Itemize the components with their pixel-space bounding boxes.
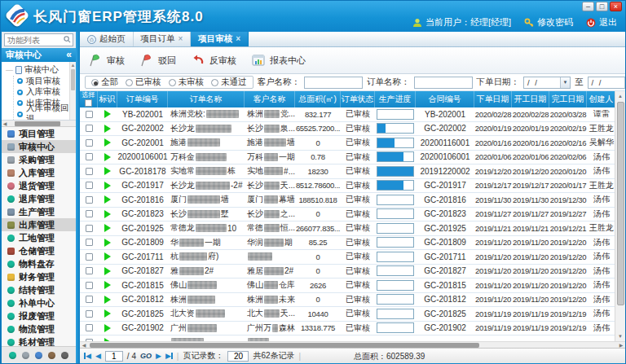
tree-horizontal-scrollbar[interactable]: ◀: [2, 121, 76, 127]
sidebar-item-3[interactable]: 入库管理: [2, 166, 76, 179]
sidebar-item-6[interactable]: 生产管理: [2, 205, 76, 218]
column-header-9[interactable]: 下单日期: [474, 91, 512, 107]
customer-name-input[interactable]: [304, 77, 363, 89]
sidebar-item-15[interactable]: 物流管理: [2, 322, 76, 335]
row-checkbox[interactable]: [86, 267, 93, 274]
select-all-checkbox[interactable]: [85, 99, 92, 107]
first-page-button[interactable]: ◀: [84, 353, 91, 360]
maximize-button[interactable]: □: [596, 2, 608, 11]
column-header-4[interactable]: 客户名称: [245, 91, 295, 107]
status-radio-0[interactable]: 全部: [91, 77, 118, 88]
row-checkbox[interactable]: [86, 239, 93, 246]
go-page-button[interactable]: GO: [140, 352, 152, 360]
row-checkbox[interactable]: [86, 253, 93, 261]
close-tab-icon[interactable]: ×: [236, 35, 240, 43]
toolbar-button-0[interactable]: 审核: [88, 53, 125, 68]
collapse-panel-icon[interactable]: «: [66, 50, 72, 59]
row-checkbox[interactable]: [86, 296, 93, 303]
sidebar-item-0[interactable]: 项目管理: [2, 127, 76, 140]
sidebar-item-16[interactable]: 耗材管理: [2, 335, 76, 346]
sidebar-item-1[interactable]: 审核中心: [2, 140, 76, 153]
order-name-input[interactable]: [414, 77, 473, 89]
close-button[interactable]: ×: [610, 2, 622, 11]
horizontal-scroll-thumb[interactable]: [90, 343, 479, 348]
column-header-3[interactable]: 订单名称: [168, 91, 245, 107]
row-checkbox[interactable]: [86, 210, 93, 217]
row-checkbox[interactable]: [86, 339, 93, 341]
book-icon[interactable]: [48, 352, 55, 359]
row-checkbox[interactable]: [86, 282, 93, 289]
chevron-down-icon[interactable]: ▼: [624, 77, 626, 88]
sidebar-item-12[interactable]: 结转管理: [2, 283, 76, 296]
order-date-from-input[interactable]: / /▼: [523, 77, 571, 89]
last-page-button[interactable]: ▶: [165, 353, 173, 360]
column-header-12[interactable]: 创建人: [587, 91, 616, 107]
minimize-button[interactable]: –: [582, 2, 594, 11]
tree-item-1[interactable]: 入库审核: [14, 87, 69, 99]
tree-item-0[interactable]: 项目审核: [14, 76, 69, 87]
row-checkbox[interactable]: [86, 182, 93, 189]
change-password-button[interactable]: 修改密码: [524, 16, 573, 29]
scroll-up-icon[interactable]: ▲: [618, 91, 623, 101]
column-header-6[interactable]: 订单状态: [341, 91, 375, 107]
row-checkbox[interactable]: [86, 310, 93, 318]
row-checkbox[interactable]: [86, 324, 93, 331]
page-number-input[interactable]: [105, 351, 123, 362]
status-radio-1[interactable]: 已审核: [126, 77, 161, 88]
sidebar-item-13[interactable]: 补单中心: [2, 296, 76, 309]
tab-2[interactable]: 项目审核×: [191, 32, 249, 46]
scroll-left-icon[interactable]: ◀: [80, 342, 88, 348]
row-checkbox[interactable]: [86, 125, 93, 132]
row-checkbox[interactable]: [86, 139, 93, 147]
chevron-down-icon[interactable]: ▼: [560, 77, 570, 88]
page-size-input[interactable]: [227, 351, 249, 362]
teal-dot-icon[interactable]: [9, 352, 16, 359]
row-checkbox[interactable]: [86, 153, 93, 160]
grid-vertical-scrollbar[interactable]: ▲ ▼: [615, 91, 625, 341]
row-checkbox[interactable]: [86, 196, 93, 204]
tree-scroll-thumb[interactable]: [15, 121, 60, 126]
cart-icon[interactable]: [22, 352, 29, 359]
column-header-0[interactable]: 选择: [80, 91, 98, 107]
sidebar-item-10[interactable]: 物料盘存: [2, 257, 76, 270]
column-header-2[interactable]: 订单编号: [117, 91, 168, 107]
grid-horizontal-scrollbar[interactable]: ◀ ▶: [80, 341, 625, 348]
tree-item-3[interactable]: 入库审核回退: [14, 109, 69, 121]
status-radio-3[interactable]: 未通过: [211, 77, 247, 88]
row-checkbox[interactable]: [86, 225, 93, 232]
logout-button[interactable]: 退出: [586, 16, 617, 29]
toolbar-button-1[interactable]: 驳回: [139, 53, 176, 68]
sidebar-item-7[interactable]: 出库管理: [2, 218, 76, 231]
sidebar-item-4[interactable]: 退货管理: [2, 179, 76, 192]
column-header-11[interactable]: 完工日期: [549, 91, 587, 107]
scroll-right-icon[interactable]: ▶: [617, 342, 625, 348]
tab-0[interactable]: ⌂起始页: [80, 32, 134, 46]
row-checkbox[interactable]: [86, 168, 93, 175]
sidebar-item-14[interactable]: 报废管理: [2, 309, 76, 322]
vertical-scroll-thumb[interactable]: [617, 102, 624, 305]
toolbar-button-2[interactable]: 反审核: [191, 53, 236, 68]
tree-vertical-scrollbar[interactable]: ▲: [69, 62, 76, 120]
leaf-icon[interactable]: [35, 352, 42, 359]
tab-1[interactable]: 项目订单×: [134, 32, 192, 46]
prev-page-button[interactable]: ◀: [95, 353, 101, 360]
column-header-7[interactable]: 生产进度: [375, 91, 416, 107]
sidebar-item-8[interactable]: 工地管理: [2, 231, 76, 244]
status-radio-2[interactable]: 未审核: [169, 77, 205, 88]
next-page-button[interactable]: ▶: [156, 353, 161, 360]
sidebar-item-11[interactable]: 财务管理: [2, 270, 76, 283]
column-header-10[interactable]: 开工日期: [512, 91, 549, 107]
more-icon[interactable]: [61, 352, 68, 359]
sidebar-item-9[interactable]: 仓储管理: [2, 244, 76, 257]
column-header-1[interactable]: 标识: [98, 91, 117, 107]
toolbar-button-3[interactable]: 报表中心: [251, 53, 306, 68]
column-header-5[interactable]: 总面积(㎡): [295, 91, 341, 107]
row-checkbox[interactable]: [86, 111, 93, 118]
sidebar-item-2[interactable]: 采购管理: [2, 153, 76, 166]
sidebar-item-5[interactable]: 退库管理: [2, 192, 76, 205]
scroll-down-icon[interactable]: ▼: [618, 331, 623, 341]
close-tab-icon[interactable]: ×: [179, 35, 183, 43]
scroll-left-icon[interactable]: ◀: [2, 121, 8, 126]
column-header-8[interactable]: 合同编号: [416, 91, 474, 107]
tree-root-node[interactable]: — 审核中心: [6, 64, 69, 76]
